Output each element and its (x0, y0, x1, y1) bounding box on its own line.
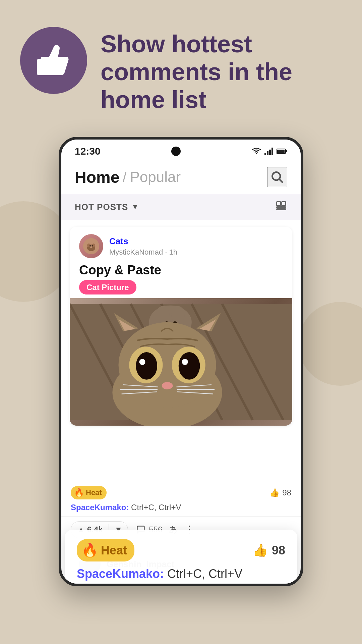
search-icon (270, 170, 285, 184)
svg-rect-6 (286, 150, 287, 152)
thumb-icon-circle (20, 27, 87, 94)
svg-point-30 (171, 306, 185, 323)
cat-image-svg (70, 298, 292, 426)
nav-home-title: Home (75, 168, 119, 186)
svg-rect-10 (277, 202, 281, 206)
post-tag[interactable]: Cat Picture (79, 280, 136, 294)
svg-rect-4 (272, 148, 273, 155)
post-user-time: MysticKaNomad · 1h (109, 248, 177, 257)
nav-popular-subtitle: Popular (130, 169, 181, 185)
inline-comment-author: SpaceKumako: (71, 503, 129, 512)
layout-toggle-button[interactable] (275, 200, 287, 214)
filter-chevron-icon: ▼ (131, 203, 139, 211)
svg-rect-2 (267, 151, 268, 155)
post-username: MysticKaNomad (109, 248, 163, 256)
like-number-small: 98 (282, 488, 291, 497)
svg-rect-13 (277, 209, 286, 210)
svg-point-42 (136, 352, 157, 380)
svg-point-46 (162, 382, 173, 389)
post-separator: · (165, 248, 169, 256)
svg-point-29 (156, 306, 169, 323)
header-headline: Show hottest comments in the home list (101, 27, 342, 113)
header-section: Show hottest comments in the home list (0, 0, 362, 130)
status-time: 12:30 (75, 146, 101, 157)
svg-point-20 (92, 245, 93, 247)
svg-rect-3 (269, 150, 271, 155)
thumbs-up-small-icon: 👍 (269, 488, 280, 497)
phone-frame: 12:30 (59, 137, 303, 586)
search-button[interactable] (267, 167, 287, 187)
nav-breadcrumb: Home / Popular (75, 168, 181, 186)
phone-wrapper: 12:30 (0, 137, 362, 586)
community-avatar-icon (83, 238, 100, 255)
svg-point-43 (179, 352, 200, 380)
flame-icon-small: 🔥 (74, 488, 84, 497)
inline-comment-text: SpaceKumako: Ctrl+C, Ctrl+V (61, 503, 301, 516)
svg-rect-7 (277, 150, 285, 153)
filter-bar: HOT POSTS ▼ (61, 194, 301, 220)
wifi-icon (252, 148, 261, 155)
post-header: Cats MysticKaNomad · 1h (70, 227, 292, 263)
heat-label-small: Heat (86, 488, 102, 497)
svg-rect-0 (37, 59, 43, 75)
nav-separator: / (123, 170, 126, 185)
signal-icon (264, 148, 273, 155)
svg-point-8 (272, 172, 280, 180)
post-card: Cats MysticKaNomad · 1h Copy & Paste Cat… (70, 227, 292, 426)
layout-icon (275, 200, 287, 212)
post-avatar (79, 234, 103, 258)
svg-rect-11 (282, 202, 286, 206)
inline-comment-content: Ctrl+C, Ctrl+V (131, 503, 181, 512)
inline-comment-row: 🔥 Heat 👍 98 (61, 479, 301, 503)
thumbs-up-icon (35, 42, 72, 79)
like-count-small: 👍 98 (269, 488, 291, 497)
post-tag-wrapper: Cat Picture (79, 283, 136, 292)
svg-rect-1 (264, 153, 266, 155)
filter-label: HOT POSTS (75, 202, 128, 212)
status-bar: 12:30 (61, 140, 301, 160)
status-icons (252, 148, 287, 155)
spacer (61, 432, 301, 459)
svg-point-45 (182, 359, 188, 365)
svg-point-19 (89, 245, 91, 247)
battery-icon (277, 148, 287, 154)
post-image (70, 298, 292, 426)
heat-badge-small: 🔥 Heat (71, 486, 107, 499)
filter-left[interactable]: HOT POSTS ▼ (75, 202, 139, 212)
post-community[interactable]: Cats (109, 236, 177, 247)
nav-bar: Home / Popular (61, 160, 301, 194)
post-time: 1h (169, 248, 177, 256)
svg-point-44 (139, 359, 145, 365)
svg-line-9 (279, 179, 283, 183)
svg-rect-12 (277, 207, 286, 208)
camera-dot (171, 147, 181, 156)
post-meta: Cats MysticKaNomad · 1h (109, 236, 177, 257)
